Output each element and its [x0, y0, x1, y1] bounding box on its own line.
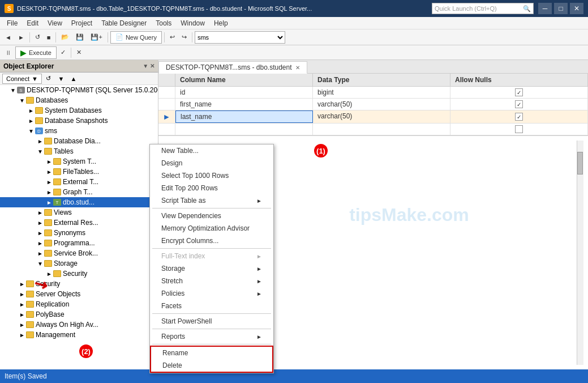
tree-programmability[interactable]: ► Programma...: [0, 238, 158, 248]
tree-storage[interactable]: ▼ Storage: [0, 258, 158, 269]
security-inner-expand[interactable]: ►: [45, 270, 53, 278]
ctx-rename[interactable]: Rename: [151, 347, 272, 359]
forward-button[interactable]: ►: [15, 31, 27, 44]
tree-security[interactable]: ► Security: [0, 279, 158, 289]
ext-res-expand[interactable]: ►: [36, 219, 44, 227]
menu-project[interactable]: Project: [67, 18, 97, 28]
broker-expand[interactable]: ►: [36, 249, 44, 257]
ext-tables-expand[interactable]: ►: [45, 178, 53, 186]
ctx-powershell[interactable]: Start PowerShell: [150, 315, 273, 327]
views-expand[interactable]: ►: [36, 208, 44, 216]
close-button[interactable]: ✕: [570, 3, 583, 14]
tree-views[interactable]: ► Views: [0, 207, 158, 218]
management-expand[interactable]: ►: [18, 331, 26, 339]
storage-expand[interactable]: ▼: [36, 259, 44, 267]
file-tables-expand[interactable]: ►: [45, 168, 53, 176]
col-name-lastname[interactable]: last_name: [175, 110, 313, 123]
null-checkbox-empty[interactable]: [515, 125, 523, 133]
ctx-mem-advisor[interactable]: Memory Optimization Advisor: [150, 222, 273, 235]
ctx-design[interactable]: Design: [150, 157, 273, 169]
prog-expand[interactable]: ►: [36, 239, 44, 247]
server-obj-expand[interactable]: ►: [18, 290, 26, 298]
database-dropdown[interactable]: sms: [195, 31, 285, 44]
null-checkbox-id[interactable]: [515, 88, 523, 96]
tree-management[interactable]: ► Management: [0, 330, 158, 340]
connect-button[interactable]: Connect ▼: [2, 74, 42, 84]
ctx-stretch[interactable]: Stretch ►: [150, 275, 273, 287]
new-query-button[interactable]: 📄 New Query: [110, 31, 162, 44]
sms-expand[interactable]: ▼: [27, 127, 35, 135]
save-button[interactable]: 💾: [73, 31, 87, 44]
refresh-button[interactable]: ↺: [32, 31, 43, 44]
tree-system-dbs[interactable]: ► System Databases: [0, 105, 158, 116]
tree-replication[interactable]: ► Replication: [0, 299, 158, 309]
quick-launch[interactable]: Quick Launch (Ctrl+Q) 🔍: [432, 3, 534, 14]
ctx-encrypt[interactable]: Encrypt Columns...: [150, 235, 273, 247]
ctx-script-table[interactable]: Script Table as ►: [150, 194, 273, 207]
tree-db-snapshots[interactable]: ► Database Snapshots: [0, 116, 158, 126]
security-expand[interactable]: ►: [18, 280, 26, 288]
server-expand-icon[interactable]: ▼: [9, 86, 17, 94]
cancel-button[interactable]: ✕: [74, 46, 84, 59]
undo-button[interactable]: ↩: [167, 31, 178, 44]
menu-table-designer[interactable]: Table Designer: [97, 18, 151, 28]
ctx-delete[interactable]: Delete: [151, 359, 272, 372]
table-row[interactable]: ► last_name varchar(50): [158, 110, 588, 124]
tree-graph[interactable]: ► Graph T...: [0, 187, 158, 197]
filter-button[interactable]: ▼: [55, 74, 67, 84]
open-button[interactable]: 📂: [58, 31, 72, 44]
tree-always-on[interactable]: ► Always On High Av...: [0, 320, 158, 330]
stop-button[interactable]: ■: [44, 31, 54, 44]
save-all-button[interactable]: 💾+: [88, 31, 105, 44]
ctx-view-deps[interactable]: View Dependencies: [150, 210, 273, 222]
synonyms-expand[interactable]: ►: [36, 229, 44, 237]
replication-expand[interactable]: ►: [18, 300, 26, 308]
debug-button[interactable]: ⏸: [2, 46, 14, 59]
parse-button[interactable]: ✓: [58, 46, 68, 59]
scrollbar-v[interactable]: [577, 141, 583, 365]
snapshots-expand[interactable]: ►: [27, 117, 35, 125]
ctx-reports[interactable]: Reports ►: [150, 330, 273, 343]
tree-db-dia[interactable]: ► Database Dia...: [0, 136, 158, 146]
menu-edit[interactable]: Edit: [22, 18, 43, 28]
table-row[interactable]: first_name varchar(50): [158, 99, 588, 110]
databases-expand[interactable]: ▼: [18, 96, 26, 104]
tree-ext-res[interactable]: ► External Res...: [0, 218, 158, 228]
tables-expand[interactable]: ▼: [36, 147, 44, 155]
refresh-oe-button[interactable]: ↺: [43, 74, 54, 84]
minimize-button[interactable]: ─: [538, 3, 552, 14]
ctx-policies[interactable]: Policies ►: [150, 287, 273, 300]
restore-button[interactable]: □: [554, 3, 568, 14]
null-checkbox-firstname[interactable]: [515, 100, 523, 108]
back-button[interactable]: ◄: [2, 31, 14, 44]
ctx-new-table[interactable]: New Table...: [150, 144, 273, 157]
null-checkbox-lastname[interactable]: [515, 113, 523, 121]
tree-polybase[interactable]: ► PolyBase: [0, 309, 158, 320]
graph-expand[interactable]: ►: [45, 188, 53, 196]
tree-tables[interactable]: ▼ Tables: [0, 146, 158, 156]
execute-button[interactable]: ▶ Execute: [15, 46, 57, 59]
table-row[interactable]: [158, 124, 588, 135]
tab-close-button[interactable]: ✕: [295, 65, 300, 71]
scrollbar-thumb[interactable]: [577, 152, 583, 175]
tree-file-tables[interactable]: ► FileTables...: [0, 167, 158, 177]
tab-dbo-student[interactable]: DESKTOP-TQPNM8T...sms - dbo.student ✕: [158, 61, 307, 74]
col-name-id[interactable]: id: [175, 87, 313, 98]
tree-synonyms[interactable]: ► Synonyms: [0, 228, 158, 238]
ctx-edit-top[interactable]: Edit Top 200 Rows: [150, 182, 273, 194]
ctx-storage[interactable]: Storage ►: [150, 262, 273, 275]
polybase-expand[interactable]: ►: [18, 310, 26, 318]
tree-system-tables[interactable]: ► System T...: [0, 156, 158, 167]
menu-tools[interactable]: Tools: [151, 18, 176, 28]
tree-dbo-student[interactable]: ► T dbo.stud...: [0, 197, 158, 207]
tree-security-inner[interactable]: ► Security: [0, 269, 158, 279]
ctx-facets[interactable]: Facets: [150, 300, 273, 312]
dbdia-expand[interactable]: ►: [36, 137, 44, 145]
always-on-expand[interactable]: ►: [18, 321, 26, 329]
tree-sms-db[interactable]: ▼ D sms: [0, 126, 158, 136]
collapse-button[interactable]: ▲: [68, 74, 79, 84]
menu-help[interactable]: Help: [209, 18, 233, 28]
tree-server-objects[interactable]: ► Server Objects: [0, 289, 158, 299]
tree-external-tables[interactable]: ► External T...: [0, 177, 158, 187]
tree-databases[interactable]: ▼ Databases: [0, 95, 158, 105]
